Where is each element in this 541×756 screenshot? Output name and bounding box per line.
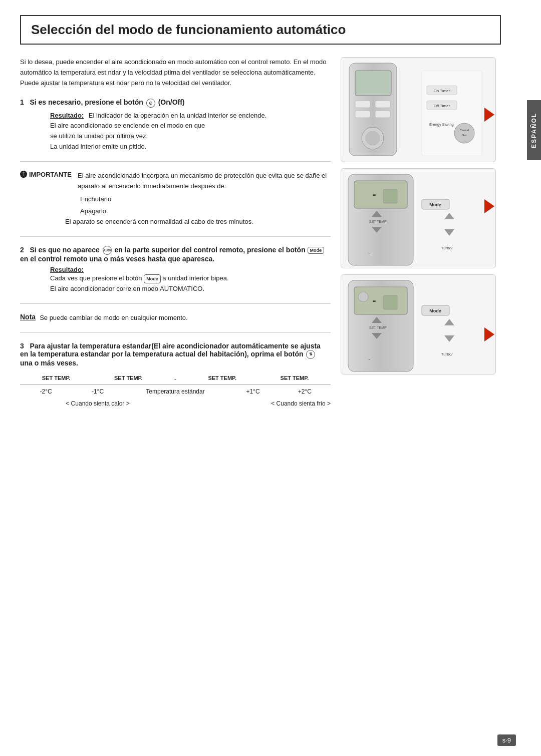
result-line-2: El aire acondicionado se enciende en el … (50, 121, 331, 152)
temp-values-row: -2°C -1°C Temperatura estándar +1°C +2°C (20, 387, 331, 396)
temp-val-4: +2°C (279, 387, 331, 396)
step-1-number: 1 Si es necesario, presione el botón ⊙ (… (20, 98, 331, 107)
nota-text: Se puede cambiar de modo en cualquier mo… (40, 313, 188, 323)
step-3-block: 3 Para ajustar la temperatura estandar(E… (20, 342, 331, 407)
svg-text:Energy Saving: Energy Saving (429, 122, 454, 127)
calor-frio-row: < Cuando sienta calor > < Cuando sienta … (20, 400, 331, 407)
svg-rect-4 (355, 111, 370, 118)
temp-val-1: -1°C (72, 387, 123, 396)
step-3-header: 3 Para ajustar la temperatura estandar(E… (20, 342, 331, 367)
remote-svg-1: On Timer Off Timer Energy Saving Cancel … (344, 61, 493, 160)
page-number: s·9 (497, 734, 516, 746)
nota-block: Nota Se puede cambiar de modo en cualqui… (20, 313, 331, 333)
svg-text:On Timer: On Timer (434, 89, 450, 93)
result-label-2: Resultado: (50, 266, 84, 273)
important-icon: 🅘 (20, 171, 27, 179)
set-temp-icon: ⇅ (306, 350, 315, 359)
temp-val-3: +1°C (227, 387, 279, 396)
remote-image-1: On Timer Off Timer Energy Saving Cancel … (341, 57, 496, 162)
auto-icon: Auto (103, 246, 112, 255)
temp-header-3: SET TEMP. (186, 375, 258, 383)
svg-marker-39 (444, 319, 454, 325)
svg-marker-40 (444, 335, 454, 342)
right-column: On Timer Off Timer Energy Saving Cancel … (341, 57, 501, 416)
temp-table: SET TEMP. SET TEMP. - SET TEMP. SET TEMP… (20, 375, 331, 407)
step-1-button-label: (On/Off) (158, 98, 185, 106)
calor-label: < Cuando sienta calor > (20, 400, 175, 407)
step-1-block: 1 Si es necesario, presione el botón ⊙ (… (20, 98, 331, 161)
svg-text:-: - (368, 355, 370, 361)
important-list-item-1: Apagarlo (80, 205, 331, 217)
svg-rect-2 (355, 101, 370, 108)
svg-text:Turbo/: Turbo/ (441, 352, 453, 356)
important-block: 🅘 IMPORTANTE El aire acondicionado incor… (20, 171, 331, 237)
step-1-result: Resultado: El indicador de la operación … (50, 111, 331, 152)
page-container: ESPAÑOL Selección del modo de funcionami… (0, 0, 541, 756)
svg-text:-: - (372, 188, 376, 200)
step-2-result-line-2: El aire acondicionador corre en modo AUT… (50, 284, 331, 294)
remote-svg-3: - SET TEMP Mode (344, 278, 493, 374)
temp-header-4: SET TEMP. (258, 375, 331, 383)
svg-point-42 (358, 292, 368, 302)
step-2-text: Si es que no aparece (30, 246, 99, 254)
svg-text:Off Timer: Off Timer (434, 104, 450, 108)
svg-rect-8 (422, 71, 482, 156)
svg-marker-26 (444, 213, 454, 219)
step-3-text: Para ajustar la temperatura estandar(El … (20, 342, 321, 358)
temp-header-row: SET TEMP. SET TEMP. - SET TEMP. SET TEMP… (20, 375, 331, 385)
important-text: El aire acondicionado incorpora un mecan… (78, 171, 331, 192)
svg-rect-3 (375, 101, 390, 108)
step-2-block: 2 Si es que no aparece Auto en la parte … (20, 246, 331, 304)
arrow-marker-3 (484, 327, 494, 341)
svg-text:SET TEMP: SET TEMP (369, 326, 387, 329)
svg-text:Cancel: Cancel (460, 129, 469, 132)
result-line-1: El indicador de la operación en la unida… (89, 112, 267, 119)
arrow-marker-1 (484, 108, 494, 122)
svg-text:-: - (372, 294, 376, 306)
svg-rect-33 (383, 295, 397, 309)
page-title: Selección del modo de funcionamiento aut… (20, 15, 501, 45)
important-list-item-0: Enchufarlo (80, 193, 331, 205)
step-2-header: 2 Si es que no aparece Auto en la parte … (20, 246, 331, 263)
arrow-marker-2 (484, 199, 494, 213)
step-2-result-line-1: Cada ves que presione el botón Mode a un… (50, 273, 331, 284)
frio-label: < Cuando sienta frío > (175, 400, 331, 407)
on-off-icon: ⊙ (146, 99, 155, 108)
content-layout: Si lo desea, puede encender el aire acon… (20, 57, 501, 416)
important-list: Enchufarlo Apagarlo (80, 193, 331, 217)
intro-text: Si lo desea, puede encender el aire acon… (20, 57, 331, 88)
remote-image-2: - SET TEMP Mode (341, 168, 496, 268)
svg-point-7 (366, 131, 380, 145)
svg-rect-18 (354, 181, 407, 208)
svg-text:-: - (368, 249, 370, 255)
svg-marker-27 (444, 229, 454, 236)
svg-text:Mode: Mode (429, 202, 441, 207)
important-footer: El aparato se encenderá con normalidad a… (65, 217, 331, 227)
step-2-result: Resultado: Cada ves que presione el botó… (50, 266, 331, 294)
svg-text:Set: Set (462, 134, 466, 137)
result-label-1: Resultado: (50, 112, 84, 119)
svg-rect-1 (355, 71, 391, 96)
svg-text:SET TEMP: SET TEMP (369, 220, 387, 223)
svg-text:Mode: Mode (429, 308, 441, 313)
temp-header-0: SET TEMP. (20, 375, 92, 383)
svg-rect-5 (375, 111, 390, 118)
step-3-text2: una o más veses. (20, 359, 78, 367)
mode-btn-result: Mode (144, 274, 161, 283)
sidebar-label: ESPAÑOL (527, 100, 541, 160)
temp-val-0: -2°C (20, 387, 72, 396)
main-content: Selección del modo de funcionamiento aut… (0, 0, 521, 436)
svg-rect-20 (383, 189, 397, 203)
remote-svg-2: - SET TEMP Mode (344, 172, 493, 268)
step-1-text: Si es necesario, presione el botón (30, 98, 143, 106)
remote-image-3: - SET TEMP Mode (341, 274, 496, 374)
temp-header-1: SET TEMP. (92, 375, 164, 383)
mode-btn-inline: Mode (308, 247, 325, 254)
step-2-text2: en la parte superior del control remoto,… (115, 246, 306, 254)
step-2-text3: en el control remoto una o más veses has… (20, 255, 214, 263)
temp-header-div: - (164, 375, 186, 383)
important-label: IMPORTANTE (29, 171, 72, 178)
temp-val-2: Temperatura estándar (124, 387, 227, 396)
important-header: 🅘 IMPORTANTE El aire acondicionado incor… (20, 171, 331, 192)
svg-point-14 (454, 123, 474, 143)
